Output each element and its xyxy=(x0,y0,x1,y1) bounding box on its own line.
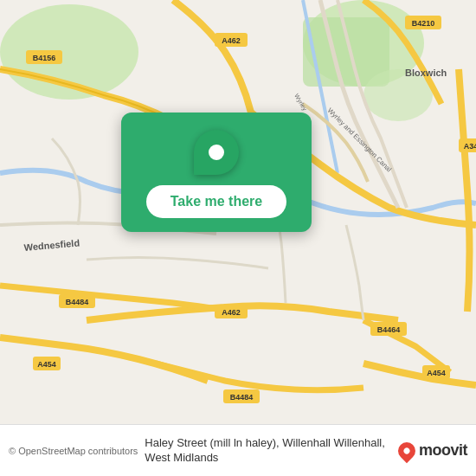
location-pin-icon xyxy=(194,130,239,175)
copyright-text: © OpenStreetMap contributors xyxy=(9,446,138,456)
svg-text:B4484: B4484 xyxy=(230,393,254,402)
take-me-there-button[interactable]: Take me there xyxy=(146,185,286,218)
svg-text:B4464: B4464 xyxy=(377,325,401,334)
moovit-pin-icon xyxy=(395,438,419,462)
map-container: B4156 A462 B4210 A34 A462 B4484 B4484 B4… xyxy=(0,0,476,424)
moovit-brand-text: moovit xyxy=(419,441,467,460)
svg-text:A454: A454 xyxy=(427,369,446,377)
svg-text:B4210: B4210 xyxy=(412,19,435,28)
location-card: Take me there xyxy=(121,113,312,232)
pin-wrapper xyxy=(184,120,248,184)
svg-text:A454: A454 xyxy=(37,360,56,369)
svg-text:Bloxwich: Bloxwich xyxy=(405,68,447,78)
svg-text:B4484: B4484 xyxy=(66,298,89,306)
svg-text:A462: A462 xyxy=(222,308,241,317)
svg-text:A34: A34 xyxy=(464,142,476,151)
svg-text:A462: A462 xyxy=(222,36,241,45)
bottom-bar: © OpenStreetMap contributors Haley Stree… xyxy=(0,424,476,476)
svg-text:B4156: B4156 xyxy=(33,54,56,62)
moovit-logo: moovit xyxy=(398,441,467,460)
location-text: Haley Street (mill ln haley), Willenhall… xyxy=(145,436,391,466)
